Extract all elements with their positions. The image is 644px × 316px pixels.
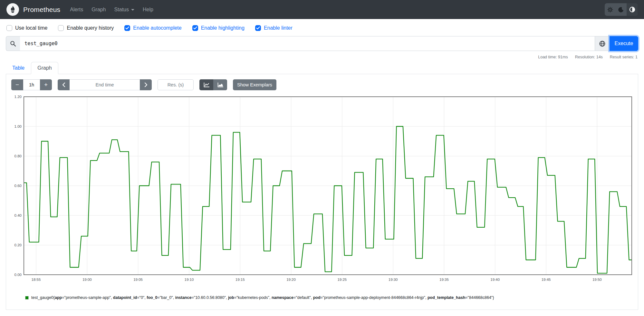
increase-range-button[interactable]: + [40,79,52,90]
svg-text:0.40: 0.40 [14,213,22,217]
graph-panel: − + [6,74,638,310]
unchecked-checkbox[interactable] [58,25,64,31]
query-stats: Load time: 91ms Resolution: 14s Result s… [0,51,644,61]
gear-icon [607,7,613,13]
svg-text:19:15: 19:15 [235,278,245,281]
chevron-left-icon [62,82,66,87]
chevron-right-icon [144,82,148,87]
svg-text:19:30: 19:30 [389,278,398,281]
nav-item-status-dropdown[interactable]: Status [114,7,134,13]
show-exemplars-button[interactable]: Show Exemplars [233,79,276,90]
end-time-control-group [58,79,152,90]
nav-item-alerts[interactable]: Alerts [70,7,83,13]
range-input[interactable] [23,79,40,90]
tab-table[interactable]: Table [6,62,31,74]
option-label: Enable linter [264,25,293,31]
svg-text:0.00: 0.00 [14,273,22,277]
app-title[interactable]: Prometheus [23,6,60,14]
search-addon [6,36,20,51]
svg-text:1.00: 1.00 [14,124,22,128]
line-chart-toggle-button[interactable] [199,79,213,90]
svg-text:19:00: 19:00 [82,278,92,281]
navbar: Prometheus Alerts Graph Status Help [0,0,644,19]
option-enable-linter[interactable]: Enable linter [255,25,293,31]
query-options-row: Use local timeEnable query historyEnable… [0,19,644,35]
option-enable-query-history[interactable]: Enable query history [58,25,114,31]
svg-text:19:20: 19:20 [286,278,296,281]
line-chart-icon [203,82,210,88]
svg-text:19:40: 19:40 [490,278,500,281]
option-label: Enable highlighting [201,25,245,31]
range-control-group: − + [11,79,52,90]
panel-tabs: Table Graph [6,62,638,74]
prometheus-logo[interactable] [6,3,19,16]
svg-text:0.60: 0.60 [14,184,22,188]
prometheus-torch-icon [9,5,17,14]
end-time-input[interactable] [70,79,140,90]
stacked-chart-toggle-button[interactable] [213,79,227,90]
series-label-text: test_gauge0{app="prometheus-sample-app",… [31,295,494,300]
svg-text:0.20: 0.20 [14,243,22,247]
decrease-range-button[interactable]: − [11,79,23,90]
graph-controls: − + [11,79,633,90]
option-enable-highlighting[interactable]: Enable highlighting [192,25,245,31]
checked-checkbox-icon[interactable] [255,25,261,31]
svg-text:19:25: 19:25 [337,278,347,281]
graph-chart[interactable]: 0.000.200.400.600.801.001.2018:5519:0019… [11,95,633,288]
shift-time-back-button[interactable] [58,79,70,90]
dark-theme-button[interactable] [616,3,627,16]
svg-text:0.80: 0.80 [14,154,22,158]
svg-text:19:10: 19:10 [185,278,194,281]
contrast-half-circle-icon [629,6,635,13]
svg-text:18:55: 18:55 [32,278,41,281]
execute-button[interactable]: Execute [610,36,638,51]
time-series-chart[interactable]: 0.000.200.400.600.801.001.2018:5519:0019… [11,95,635,286]
theme-toggle-group [605,3,638,16]
query-bar: Execute [6,36,638,51]
option-label: Enable query history [67,25,114,31]
moon-icon [618,7,624,13]
stacked-area-chart-icon [217,82,224,88]
svg-text:19:50: 19:50 [592,278,602,281]
metrics-explorer-button[interactable] [595,36,610,51]
result-series-stat: Result series: 1 [610,55,638,59]
series-color-swatch [25,296,29,300]
load-time-stat: Load time: 91ms [538,55,568,59]
auto-theme-button[interactable] [627,3,638,16]
expression-input[interactable] [20,36,595,51]
svg-text:1.20: 1.20 [14,95,22,99]
nav-menu: Alerts Graph Status Help [70,7,153,13]
checked-checkbox-icon[interactable] [124,25,130,31]
svg-text:19:05: 19:05 [133,278,143,281]
tab-graph[interactable]: Graph [31,62,58,74]
option-label: Use local time [15,25,47,31]
resolution-stat: Resolution: 14s [575,55,603,59]
unchecked-checkbox[interactable] [6,25,12,31]
chart-type-toggle-group [199,79,227,90]
globe-icon [599,40,606,47]
option-enable-autocomplete[interactable]: Enable autocomplete [124,25,181,31]
checked-checkbox-icon[interactable] [192,25,198,31]
option-use-local-time[interactable]: Use local time [6,25,47,31]
shift-time-forward-button[interactable] [140,79,152,90]
chevron-down-icon [131,9,134,11]
search-icon [10,41,16,47]
option-label: Enable autocomplete [133,25,181,31]
nav-item-help[interactable]: Help [143,7,153,13]
series-legend[interactable]: test_gauge0{app="prometheus-sample-app",… [25,295,633,300]
svg-text:19:45: 19:45 [542,278,551,281]
svg-text:19:35: 19:35 [439,278,449,281]
nav-item-graph[interactable]: Graph [91,7,106,13]
resolution-input[interactable] [158,79,194,90]
light-theme-button[interactable] [605,3,616,16]
